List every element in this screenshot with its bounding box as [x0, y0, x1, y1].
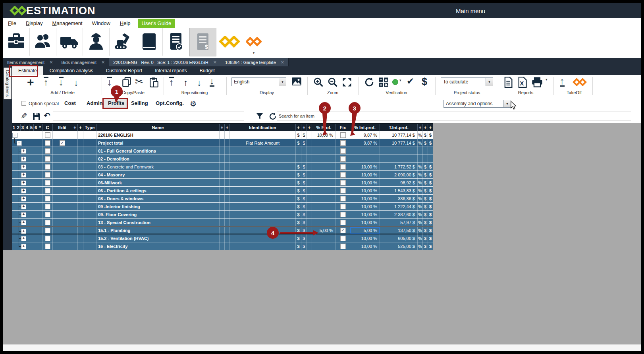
edit-checkbox[interactable]: ✓: [60, 140, 65, 146]
menu-users-guide[interactable]: User's Guide: [138, 19, 175, 28]
internal-profit-percent-cell[interactable]: 10,00 %: [350, 211, 380, 218]
zoom-out-icon[interactable]: [327, 77, 338, 88]
main-menu-button[interactable]: Main menu: [456, 8, 485, 14]
name-cell[interactable]: Project total: [96, 139, 220, 147]
internal-profit-percent-cell[interactable]: 9,87 %: [350, 131, 380, 139]
expander-expand-icon[interactable]: +: [21, 236, 26, 241]
profit-percent-cell[interactable]: [312, 242, 336, 250]
item-edit-input[interactable]: [53, 112, 244, 120]
name-cell[interactable]: 220106 ENGLISH: [96, 131, 220, 139]
close-icon[interactable]: ×: [49, 60, 53, 65]
grid-header-identification[interactable]: Identification: [230, 124, 296, 131]
menu-file[interactable]: File: [8, 20, 16, 26]
table-row[interactable]: +08 - Doors & windows$$10,00 %336,36 $%$…: [12, 195, 433, 203]
name-cell[interactable]: 03 - Concrete and Formwork: [96, 163, 220, 170]
profit-percent-cell[interactable]: [312, 187, 336, 194]
menu-window[interactable]: Window: [92, 20, 110, 26]
internal-profit-percent-cell[interactable]: 5,00 %: [350, 227, 380, 234]
fix-checkbox[interactable]: [340, 188, 346, 193]
name-cell[interactable]: 16 - Electricity: [96, 242, 220, 250]
expander-expand-icon[interactable]: +: [21, 172, 26, 178]
close-icon[interactable]: ×: [213, 60, 217, 65]
internal-profit-percent-cell[interactable]: 10,00 %: [350, 203, 380, 210]
expander-expand-icon[interactable]: +: [21, 204, 26, 209]
option-special-checkbox[interactable]: [21, 101, 26, 106]
view-admin[interactable]: Admin.: [87, 100, 104, 106]
catalog-book-button[interactable]: [136, 28, 163, 56]
c-checkbox[interactable]: [45, 244, 50, 249]
move-up-button[interactable]: ↑: [183, 77, 188, 88]
grid-header-name[interactable]: Name: [96, 124, 220, 131]
worker-button[interactable]: [83, 28, 110, 56]
document-tab-1[interactable]: Bids management×: [57, 58, 109, 66]
c-checkbox[interactable]: [45, 212, 50, 217]
profit-percent-cell[interactable]: [312, 139, 336, 147]
grid-header-plus[interactable]: +: [220, 124, 225, 131]
name-cell[interactable]: 04 - Masonry: [96, 171, 220, 178]
grid-header-tree-*[interactable]: *: [38, 124, 42, 131]
c-checkbox[interactable]: [45, 156, 50, 162]
profit-percent-cell[interactable]: 5,00 %: [312, 227, 336, 234]
profit-percent-cell[interactable]: [312, 179, 336, 186]
paste-icon[interactable]: [149, 77, 159, 88]
grid-header-plus[interactable]: +: [307, 124, 312, 131]
grid-header-tree-5[interactable]: 5: [29, 124, 34, 131]
fix-checkbox[interactable]: [340, 212, 346, 217]
estimate-document-button[interactable]: $: [189, 28, 216, 56]
gear-icon[interactable]: ⚙: [190, 99, 197, 108]
table-row[interactable]: +09 -Interior finishing$$10,00 %1 222,44…: [12, 203, 433, 211]
add-item-button[interactable]: +: [27, 77, 34, 88]
fix-checkbox[interactable]: ✓: [340, 228, 346, 233]
module-tab-customer-report[interactable]: Customer Report: [100, 66, 148, 75]
c-checkbox[interactable]: [45, 148, 50, 154]
expander-expand-icon[interactable]: +: [21, 244, 26, 249]
name-cell[interactable]: 09- Floor Covering: [96, 211, 220, 218]
image-icon[interactable]: [291, 77, 302, 87]
edit-pencil-icon[interactable]: ✎: [21, 111, 27, 121]
estimation-orange-button[interactable]: ▾: [243, 28, 265, 56]
internal-profit-percent-cell[interactable]: [350, 155, 380, 162]
menu-display[interactable]: Display: [26, 20, 43, 26]
chevron-down-icon[interactable]: ▾: [399, 78, 401, 82]
grid-header-plus[interactable]: +: [418, 124, 423, 131]
move-down-button[interactable]: ↓: [197, 77, 202, 88]
document-tab-2[interactable]: 220106ENG - Rev. 0 - Sce: 1 : 220106 ENG…: [109, 58, 221, 66]
move-bottom-button[interactable]: ↓: [210, 77, 214, 87]
c-checkbox[interactable]: [45, 196, 50, 201]
internal-profit-percent-cell[interactable]: 10,00 %: [350, 234, 380, 242]
close-icon[interactable]: ×: [281, 60, 284, 65]
fix-checkbox[interactable]: [340, 132, 346, 138]
profit-percent-cell[interactable]: [312, 219, 336, 226]
table-row[interactable]: +15.2 - Ventilation (HVAC)$$10,00 %605,0…: [12, 234, 433, 242]
internal-profit-percent-cell[interactable]: 10,00 %: [350, 195, 380, 202]
grid-header-plus[interactable]: +: [428, 124, 433, 131]
equipment-button[interactable]: [110, 28, 136, 56]
table-row[interactable]: −220106 ENGLISH$$10,00 %9,87 %10 777,14 …: [12, 131, 433, 139]
search-input[interactable]: Search for an item: [277, 112, 631, 120]
fullscreen-icon[interactable]: [341, 77, 353, 88]
c-checkbox[interactable]: [45, 172, 50, 178]
profit-percent-cell[interactable]: 10,00 %: [312, 131, 336, 139]
table-row[interactable]: +04 - Masonry$$10,00 %2 090,00 $%$$: [12, 171, 433, 179]
internal-profit-percent-cell[interactable]: 9,87 %: [350, 139, 380, 147]
expander-expand-icon[interactable]: +: [21, 149, 26, 154]
status-dot-icon[interactable]: [392, 79, 398, 85]
c-checkbox[interactable]: [45, 188, 50, 193]
grid-header-tree-1[interactable]: 1: [12, 124, 16, 131]
internal-profit-percent-cell[interactable]: 10,00 %: [350, 171, 380, 178]
profit-percent-cell[interactable]: [312, 163, 336, 170]
grid-header--prof-[interactable]: % Prof.: [312, 124, 336, 131]
cut-icon[interactable]: ✂: [135, 76, 143, 87]
fix-checkbox[interactable]: [340, 180, 346, 186]
grid-header-t-int-prof-[interactable]: T.Int.prof.: [380, 124, 418, 131]
fix-checkbox[interactable]: [340, 244, 346, 249]
expander-expand-icon[interactable]: +: [21, 229, 26, 234]
table-row[interactable]: +03 - Concrete and Formwork$$10,00 %1 77…: [12, 163, 433, 171]
grid-header-tree-2[interactable]: 2: [16, 124, 21, 131]
expander-expand-icon[interactable]: +: [21, 157, 26, 162]
fix-checkbox[interactable]: [340, 148, 346, 154]
chevron-down-icon[interactable]: ▾: [546, 77, 548, 81]
document-tab-3[interactable]: 108364 : Garage template×: [221, 58, 289, 66]
expander-expand-icon[interactable]: +: [21, 220, 26, 225]
menu-help[interactable]: Help: [120, 20, 131, 26]
